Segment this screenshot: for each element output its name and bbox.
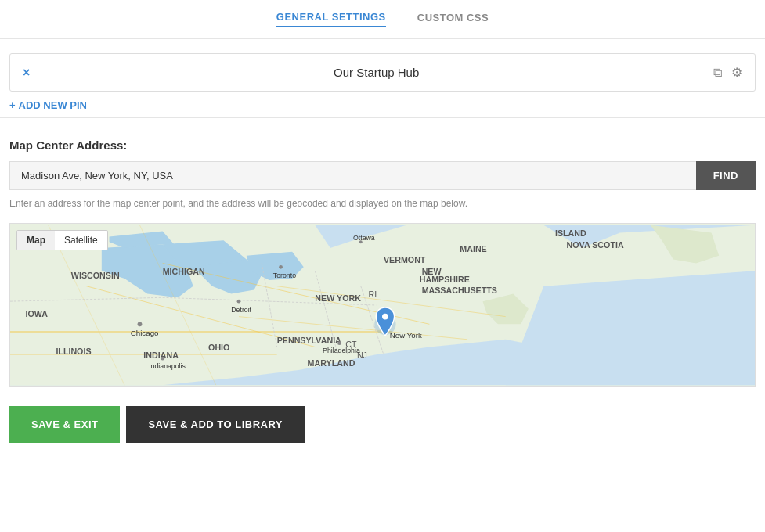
svg-point-48 (359, 240, 363, 243)
copy-icon[interactable]: ⧉ (713, 66, 722, 80)
card-title: Our Startup Hub (39, 66, 713, 79)
svg-text:Ottawa: Ottawa (353, 234, 375, 242)
svg-text:NEW YORK: NEW YORK (315, 293, 361, 303)
svg-text:OHIO: OHIO (208, 343, 229, 352)
svg-text:MARYLAND: MARYLAND (308, 358, 355, 368)
svg-point-41 (337, 341, 341, 345)
card-icon-group: ⧉ ⚙ (713, 65, 742, 80)
svg-text:HAMPSHIRE: HAMPSHIRE (420, 275, 470, 284)
svg-text:IOWA: IOWA (25, 309, 48, 318)
map-toggle: Map Satellite (16, 230, 108, 250)
tab-custom-css[interactable]: CUSTOM CSS (417, 12, 489, 27)
save-add-button[interactable]: SAVE & ADD TO LIBRARY (126, 406, 305, 443)
tab-general-settings[interactable]: GENERAL SETTINGS (276, 11, 386, 27)
svg-text:WISCONSIN: WISCONSIN (71, 271, 120, 280)
svg-text:VERMONT: VERMONT (384, 255, 426, 264)
svg-text:RI: RI (368, 289, 377, 299)
map-background: Map Satellite (10, 224, 755, 386)
svg-text:New York: New York (390, 331, 422, 340)
save-exit-button[interactable]: SAVE & EXIT (9, 406, 120, 443)
svg-point-39 (161, 357, 164, 361)
svg-text:Philadelphia: Philadelphia (323, 347, 360, 354)
svg-text:Toronto: Toronto (273, 271, 296, 279)
map-container: Map Satellite (9, 223, 756, 387)
settings-icon[interactable]: ⚙ (731, 65, 742, 80)
svg-point-37 (279, 265, 283, 269)
main-content: Map Center Address: FIND Enter an addres… (0, 124, 765, 387)
svg-point-33 (138, 322, 143, 326)
svg-point-45 (382, 314, 388, 320)
svg-text:MICHIGAN: MICHIGAN (163, 267, 205, 276)
card-row: × Our Startup Hub ⧉ ⚙ (9, 53, 756, 92)
svg-text:Chicago: Chicago (131, 329, 159, 337)
add-new-pin-label: ADD NEW PIN (19, 99, 87, 111)
map-view-button[interactable]: Map (17, 231, 55, 250)
divider (0, 117, 765, 118)
close-button[interactable]: × (23, 66, 30, 80)
svg-point-35 (237, 300, 241, 304)
svg-text:MASSACHUSETTS: MASSACHUSETTS (422, 286, 497, 295)
find-button[interactable]: FIND (696, 161, 756, 190)
address-row: FIND (9, 161, 756, 190)
svg-text:ISLAND: ISLAND (555, 228, 586, 238)
top-nav: GENERAL SETTINGS CUSTOM CSS (0, 0, 765, 39)
svg-text:Detroit: Detroit (231, 306, 251, 314)
satellite-view-button[interactable]: Satellite (55, 231, 107, 250)
map-svg: WISCONSIN MICHIGAN IOWA ILLINOIS INDIANA… (10, 224, 755, 386)
svg-text:ILLINOIS: ILLINOIS (56, 347, 91, 356)
svg-text:NOVA SCOTIA: NOVA SCOTIA (567, 240, 624, 250)
plus-icon: + (9, 99, 16, 111)
svg-text:MAINE: MAINE (460, 244, 486, 253)
address-input[interactable] (9, 161, 696, 190)
bottom-bar: SAVE & EXIT SAVE & ADD TO LIBRARY (0, 398, 765, 451)
svg-text:PENNSYLVANIA: PENNSYLVANIA (277, 336, 341, 345)
add-new-pin-link[interactable]: + ADD NEW PIN (9, 99, 756, 111)
section-label: Map Center Address: (9, 138, 756, 152)
svg-text:Indianapolis: Indianapolis (149, 362, 186, 370)
address-hint: Enter an address for the map center poin… (9, 196, 756, 210)
